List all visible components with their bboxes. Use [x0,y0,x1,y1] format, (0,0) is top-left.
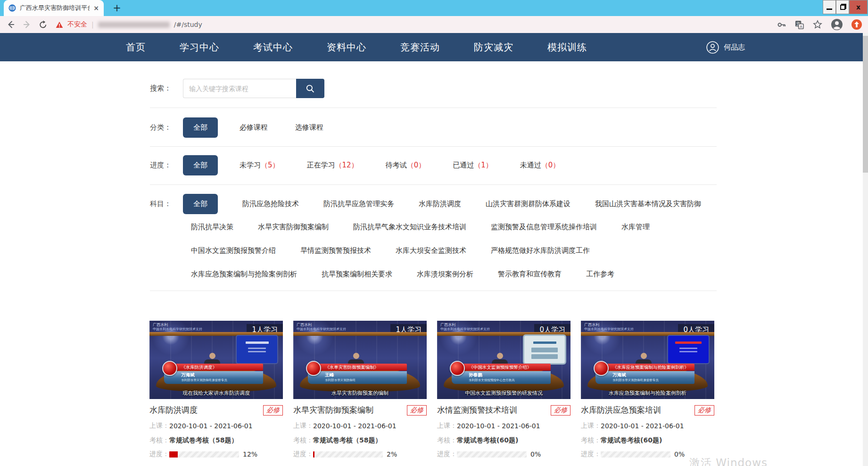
new-tab-button[interactable]: + [110,1,124,15]
lower-third-title: 《水库应急预案编制与抢险案例剖析》 [595,364,694,371]
subject-option[interactable]: 严格规范做好水库防洪调度工作 [491,246,590,255]
studio-watermark: 广西水利 中国水利水电科学研究院技术支持 [440,323,490,332]
user-avatar-icon [706,41,719,54]
subject-option[interactable]: 旱情监测预警预报技术 [300,246,371,255]
subject-option[interactable]: 中国水文监测预报预警介绍 [191,246,276,255]
course-card: 广西水利 中国水利水电科学研究院技术支持 0人学习 《水库应急预案编制与抢险案例… [581,321,714,458]
presenter-title: 水利部水旱灾害防御司 [325,378,405,383]
divider [150,146,717,147]
forward-icon[interactable] [22,19,32,30]
course-video-thumbnail[interactable]: 广西水利 中国水利水电科学研究院技术支持 0人学习 《中国水文监测预报预警介绍》… [437,321,570,399]
category-option-elective[interactable]: 选修课程 [295,123,323,132]
subject-option[interactable]: 我国山洪灾害基本情况及灾害防御 [595,200,701,208]
nav-item-home[interactable]: 首页 [126,41,146,54]
course-video-thumbnail[interactable]: 广西水利 中国水利水电科学研究院技术支持 1人学习 《水库防洪调度》 万海斌 水… [149,321,283,399]
studio-beam [581,332,714,336]
nav-item-simulation[interactable]: 模拟训练 [547,41,587,54]
nav-item-material-center[interactable]: 资料中心 [327,41,366,54]
subject-option[interactable]: 山洪灾害群测群防体系建设 [486,200,570,208]
progress-percent: 12% [243,450,257,458]
profile-avatar-icon[interactable] [831,18,843,31]
studio-watermark: 广西水利 中国水利水电科学研究院技术支持 [297,323,346,332]
scrollbar-thumb[interactable] [863,36,868,173]
subtitle-caption: 水库应急预案编制与抢险案例剖析 [581,390,714,397]
studio-screen [668,336,709,363]
progress-label: 进度： [581,450,601,458]
browser-window: 广西水旱灾害防御培训平台 × + x 不安全 | /#/study [0,0,868,466]
presenter-name: 王峰 [325,372,405,378]
subject-option[interactable]: 防汛抗旱决策 [191,223,233,232]
toolbar-right-icons: 文A [777,18,862,31]
progress-label: 进度： [293,450,313,458]
nav-item-study-center[interactable]: 学习中心 [180,41,219,54]
subject-filter-block: 科目： 全部 防汛应急抢险技术 防汛抗旱应急管理实务 水库防洪调度 山洪灾害群测… [150,193,701,279]
refresh-icon[interactable] [38,19,48,30]
close-button[interactable]: x [849,0,868,14]
search-icon [306,84,315,93]
progress-bar [169,451,239,458]
subject-option[interactable]: 工作参考 [586,270,614,279]
lower-third-title: 《中国水文监测预报预警介绍》 [452,364,550,371]
progress-option-passed[interactable]: 已通过（1） [453,161,493,170]
course-video-thumbnail[interactable]: 广西水利 中国水利水电科学研究院技术支持 1人学习 《水旱灾害防御预案编制》 王… [293,321,427,399]
course-card: 广西水利 中国水利水电科学研究院技术支持 1人学习 《水旱灾害防御预案编制》 王… [293,321,427,458]
course-title[interactable]: 水情监测预警技术培训 [437,405,517,416]
browser-update-icon[interactable] [851,19,862,30]
class-time-value: 2020-10-01 - 2021-06-01 [601,422,684,430]
course-title[interactable]: 水库防洪调度 [149,405,198,416]
subject-option[interactable]: 水库应急预案编制与抢险案例剖析 [191,270,297,279]
address-bar[interactable]: 不安全 | /#/study [56,20,202,29]
progress-option-notstarted[interactable]: 未学习（5） [240,161,280,170]
subject-option[interactable]: 防汛应急抢险技术 [242,200,299,208]
subject-option[interactable]: 水库溃坝案例分析 [417,270,473,279]
subject-option[interactable]: 水库管理 [621,223,650,232]
subject-option[interactable]: 抗旱预案编制相关要求 [322,270,392,279]
exam-value: 常规试卷考核(60题) [601,436,662,445]
bookmark-star-icon[interactable] [812,19,823,30]
nav-item-competition[interactable]: 竞赛活动 [400,41,440,54]
url-host-redacted [98,22,170,28]
course-title[interactable]: 水旱灾害防御预案编制 [293,405,373,416]
subject-option[interactable]: 防汛抗旱应急管理实务 [323,200,394,208]
not-secure-label: 不安全 [67,20,87,29]
subject-option[interactable]: 水库大坝安全监测技术 [396,246,466,255]
presenter-title: 水利部水文情报预报中心主任教高 [469,378,548,383]
progress-option-awaiting-exam[interactable]: 待考试（0） [386,161,426,170]
nav-item-disaster-reduction[interactable]: 防灾减灾 [474,41,513,54]
minimize-button[interactable] [823,0,836,14]
course-video-thumbnail[interactable]: 广西水利 中国水利水电科学研究院技术支持 0人学习 《水库应急预案编制与抢险案例… [581,321,714,399]
subject-option[interactable]: 水旱灾害防御预案编制 [258,223,329,232]
browser-toolbar: 不安全 | /#/study 文A [0,16,868,33]
subject-option[interactable]: 水库防洪调度 [419,200,461,208]
translate-icon[interactable]: 文A [794,20,804,30]
maximize-button[interactable] [836,0,849,14]
category-option-required[interactable]: 必修课程 [240,123,268,132]
course-title[interactable]: 水库防洪应急预案培训 [581,405,661,416]
subject-all-button[interactable]: 全部 [183,194,218,214]
category-all-button[interactable]: 全部 [183,117,218,138]
search-input[interactable] [183,79,296,98]
studio-watermark: 广西水利 中国水利水电科学研究院技术支持 [153,323,202,332]
subject-option[interactable]: 警示教育和宣传教育 [498,270,562,279]
course-card: 广西水利 中国水利水电科学研究院技术支持 1人学习 《水库防洪调度》 万海斌 水… [149,321,283,458]
exam-label: 考核： [149,436,169,445]
user-menu[interactable]: 何品志 [706,41,745,54]
lower-third: 《水旱灾害防御预案编制》 王峰 水利部水旱灾害防御司 [308,364,406,384]
progress-percent: 2% [387,450,397,458]
progress-percent: 0% [674,450,685,458]
tab-close-icon[interactable]: × [93,4,99,12]
password-key-icon[interactable] [777,20,786,30]
back-icon[interactable] [6,19,16,30]
progress-option-learning[interactable]: 正在学习（12） [307,161,358,170]
progress-all-button[interactable]: 全部 [183,155,218,175]
studio-beam [293,332,427,336]
subject-option[interactable]: 监测预警及信息管理系统操作培训 [491,223,597,232]
search-button[interactable] [296,79,324,98]
progress-filter-row: 进度： 全部 未学习（5） 正在学习（12） 待考试（0） 已通过（1） 未通过… [150,155,560,175]
progress-option-failed[interactable]: 未通过（0） [520,161,560,170]
nav-item-exam-center[interactable]: 考试中心 [253,41,293,54]
studio-logo [306,361,321,376]
required-badge: 必修 [263,405,283,416]
browser-tab[interactable]: 广西水旱灾害防御培训平台 × [4,0,104,16]
subject-option[interactable]: 防汛抗旱气象水文知识业务技术培训 [353,223,466,232]
